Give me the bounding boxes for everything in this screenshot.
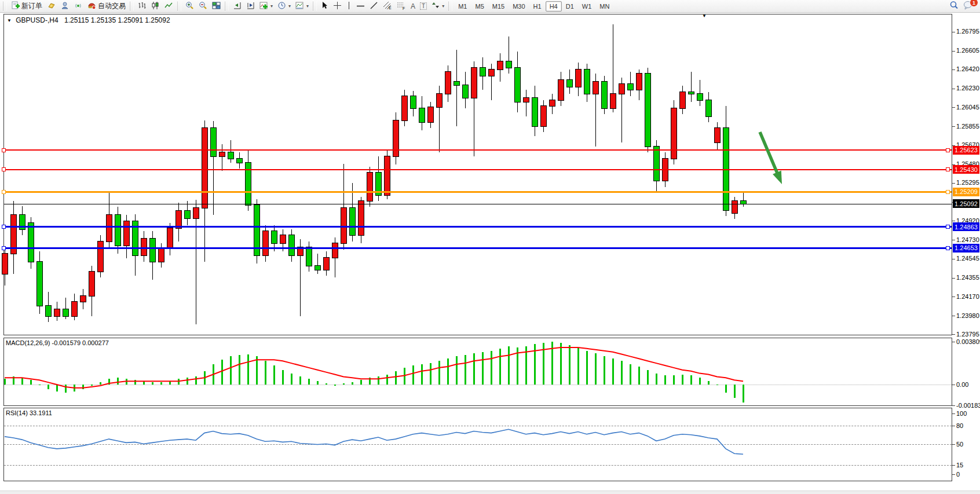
horizontal-line[interactable] bbox=[4, 169, 952, 170]
zoom-out-button[interactable] bbox=[196, 0, 210, 12]
candle bbox=[532, 97, 538, 127]
toolbar-grip[interactable] bbox=[225, 2, 229, 10]
zoom-in-button[interactable] bbox=[183, 0, 196, 12]
auto-scroll-button[interactable] bbox=[231, 0, 244, 12]
rsi-axis-tick bbox=[952, 474, 955, 475]
shapes-dropdown-arrow[interactable]: ▾ bbox=[442, 3, 444, 9]
price-axis-tick-label: 1.26605 bbox=[956, 47, 979, 54]
macd-axis-tick bbox=[952, 342, 955, 342]
candlestick-chart-button[interactable] bbox=[149, 0, 162, 12]
macd-histogram-bar bbox=[369, 378, 371, 385]
horizontal-line-tool-button[interactable] bbox=[354, 0, 367, 12]
chart-shift-button[interactable] bbox=[244, 0, 257, 12]
line-handle[interactable] bbox=[2, 225, 6, 229]
macd-panel[interactable] bbox=[3, 338, 952, 406]
templates-icon bbox=[295, 1, 304, 12]
timeframe-button-m1[interactable]: M1 bbox=[454, 1, 471, 12]
line-handle[interactable] bbox=[946, 148, 950, 152]
timeframe-button-d1[interactable]: D1 bbox=[562, 1, 578, 12]
macd-histogram-bar bbox=[239, 355, 240, 385]
profile-button[interactable] bbox=[58, 0, 72, 12]
macd-histogram-bar bbox=[395, 371, 397, 385]
autotrading-button[interactable]: 自动交易 bbox=[85, 0, 128, 12]
toolbar-grip[interactable] bbox=[177, 2, 181, 10]
macd-histogram-bar bbox=[630, 364, 631, 385]
candle bbox=[471, 67, 477, 98]
line-handle[interactable] bbox=[2, 167, 6, 171]
vertical-line-tool-button[interactable] bbox=[344, 0, 354, 12]
cursor-tool-button[interactable] bbox=[319, 0, 331, 12]
shapes-tool-button[interactable]: ▾ bbox=[429, 0, 447, 12]
fibonacci-tool-button[interactable]: F bbox=[394, 0, 408, 12]
templates-button[interactable]: ▾ bbox=[293, 0, 311, 12]
macd-histogram-bar bbox=[47, 385, 49, 389]
search-button[interactable] bbox=[947, 0, 961, 12]
tile-windows-button[interactable] bbox=[210, 0, 223, 12]
line-handle[interactable] bbox=[946, 246, 950, 250]
price-axis-tick bbox=[952, 183, 955, 184]
line-handle[interactable] bbox=[2, 246, 6, 250]
new-order-button[interactable]: 新订单 bbox=[9, 0, 45, 12]
timeframe-button-m5[interactable]: M5 bbox=[471, 1, 488, 12]
timeframe-button-h1[interactable]: H1 bbox=[529, 1, 546, 12]
channel-tool-button[interactable]: E bbox=[381, 0, 394, 12]
timeframe-button-mn[interactable]: MN bbox=[595, 1, 613, 12]
macd-histogram-bar bbox=[386, 375, 388, 385]
indicators-button[interactable]: ▾ bbox=[257, 0, 275, 12]
chat-button[interactable]: 1 bbox=[961, 0, 975, 12]
toolbar-grip[interactable] bbox=[448, 2, 452, 10]
line-handle[interactable] bbox=[2, 148, 6, 152]
macd-histogram-bar bbox=[508, 346, 510, 385]
price-axis-tick-label: 1.23795 bbox=[956, 331, 979, 338]
signals-button[interactable] bbox=[72, 0, 85, 12]
macd-histogram-bar bbox=[682, 375, 683, 385]
price-chart-panel[interactable] bbox=[3, 14, 952, 335]
macd-histogram-bar bbox=[595, 353, 597, 385]
channel-e-tag: E bbox=[389, 6, 392, 10]
line-handle[interactable] bbox=[946, 167, 950, 171]
candle bbox=[367, 172, 373, 202]
line-handle[interactable] bbox=[946, 190, 950, 194]
chart-shift-marker[interactable]: ▼ bbox=[702, 13, 707, 19]
line-handle[interactable] bbox=[2, 190, 6, 194]
gold-tool-button[interactable] bbox=[45, 0, 58, 12]
macd-histogram-bar bbox=[352, 382, 353, 385]
timeframe-button-m30[interactable]: M30 bbox=[509, 1, 529, 12]
periods-button[interactable]: ▾ bbox=[275, 0, 293, 12]
toolbar-grip[interactable] bbox=[3, 2, 7, 10]
candle bbox=[80, 295, 86, 302]
line-chart-button[interactable] bbox=[162, 0, 175, 12]
candle-wick bbox=[526, 90, 526, 116]
indicators-dropdown-arrow[interactable]: ▾ bbox=[270, 3, 273, 9]
line-price-label: 1.24653 bbox=[953, 244, 979, 253]
search-icon bbox=[949, 1, 959, 12]
macd-histogram-bar bbox=[412, 365, 414, 385]
candle bbox=[714, 127, 721, 142]
price-axis-tick-label: 1.24730 bbox=[956, 236, 979, 243]
horizontal-line[interactable] bbox=[4, 191, 952, 193]
toolbar-grip[interactable] bbox=[130, 2, 134, 10]
macd-histogram-bar bbox=[699, 378, 701, 385]
candle bbox=[436, 93, 443, 108]
crosshair-tool-button[interactable] bbox=[331, 0, 344, 12]
text-tool-button[interactable]: A bbox=[408, 0, 418, 12]
periods-dropdown-arrow[interactable]: ▾ bbox=[288, 3, 291, 9]
macd-histogram-bar bbox=[126, 379, 127, 385]
line-handle[interactable] bbox=[946, 225, 950, 229]
timeframe-button-m15[interactable]: M15 bbox=[488, 1, 509, 12]
horizontal-line[interactable] bbox=[4, 149, 952, 151]
trendline-tool-button[interactable] bbox=[367, 0, 381, 12]
timeframe-button-w1[interactable]: W1 bbox=[578, 1, 596, 12]
rsi-panel[interactable] bbox=[3, 408, 952, 481]
horizontal-line[interactable] bbox=[4, 226, 952, 228]
chart-collapse-icon[interactable]: ▼ bbox=[7, 18, 12, 23]
horizontal-line[interactable] bbox=[4, 247, 952, 249]
text-label-tool-button[interactable]: T bbox=[418, 0, 429, 12]
candle bbox=[462, 85, 469, 99]
bar-chart-button[interactable] bbox=[136, 0, 149, 12]
toolbar-grip[interactable] bbox=[313, 2, 317, 10]
macd-histogram-bar bbox=[21, 378, 23, 385]
timeframe-button-h4[interactable]: H4 bbox=[546, 1, 562, 12]
templates-dropdown-arrow[interactable]: ▾ bbox=[306, 3, 309, 9]
chat-notification-badge[interactable]: 1 bbox=[970, 0, 978, 7]
